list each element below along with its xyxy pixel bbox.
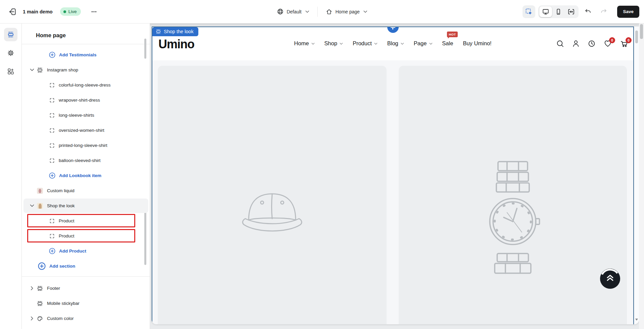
section-row-mobile-stickybar[interactable]: Mobile stickybar [22, 296, 150, 311]
nav-buy-umino[interactable]: Buy Umino! [463, 40, 491, 47]
block-row-product-1[interactable]: Product [22, 213, 150, 228]
undo-icon [584, 8, 592, 15]
wishlist-icon[interactable]: 0 [603, 40, 612, 48]
section-tree-footer-group: Footer Mobile stickybar Custom color [22, 281, 150, 326]
exit-editor-button[interactable] [6, 5, 19, 18]
nav-shop[interactable]: Shop [324, 40, 343, 47]
plus-circle-icon [49, 52, 55, 58]
redo-button[interactable] [597, 5, 610, 18]
store-header-icons: 0 0 [556, 40, 629, 48]
nav-home[interactable]: Home [294, 40, 314, 47]
palette-icon [37, 316, 43, 322]
live-dot-icon [63, 10, 66, 13]
topbar-left: 1 main demo Live [0, 5, 100, 18]
section-row-shop-the-look[interactable]: Shop the look [22, 198, 150, 213]
double-chevron-up-icon [607, 275, 613, 280]
chevron-right-icon[interactable] [30, 316, 34, 321]
live-label: Live [68, 9, 77, 14]
topbar-right: Save [523, 5, 644, 18]
undo-button[interactable] [582, 5, 594, 18]
theme-name: 1 main demo [23, 9, 53, 14]
nav-blog[interactable]: Blog [387, 40, 404, 47]
block-icon [49, 218, 55, 224]
search-icon[interactable] [556, 40, 564, 48]
window-scrollbar-thumb[interactable] [640, 24, 643, 39]
fullwidth-icon [567, 8, 575, 15]
preview-canvas: Umino Home Shop Product Blog Page SaleHO… [150, 23, 639, 329]
section-row-instagram-shop[interactable]: Instagram shop [22, 62, 150, 77]
rail-settings-button[interactable] [4, 46, 17, 60]
section-icon [37, 67, 43, 73]
scroll-to-top-button[interactable] [600, 269, 620, 289]
sections-sidebar: Home page Add Testimonials Instagram sho… [22, 23, 150, 329]
rail-apps-button[interactable] [4, 65, 17, 78]
more-actions-button[interactable] [88, 5, 100, 18]
preview-scrollbar-thumb[interactable] [635, 31, 638, 43]
cart-count-badge: 0 [626, 37, 632, 43]
add-product-link[interactable]: Add Product [22, 243, 150, 259]
nav-page[interactable]: Page [414, 40, 433, 47]
block-row[interactable]: oversized-women-shirt [22, 123, 150, 138]
nav-product[interactable]: Product [353, 40, 378, 47]
section-row-footer[interactable]: Footer [22, 281, 150, 296]
redo-icon [600, 8, 607, 15]
block-icon [49, 233, 55, 239]
section-icon [37, 300, 43, 307]
sidebar-divider [22, 44, 150, 44]
block-row[interactable]: colorful-long-sleeve-dress [22, 77, 150, 93]
device-preview-toggle [538, 5, 579, 18]
block-icon [49, 128, 55, 133]
product-placeholder-watch[interactable] [399, 66, 627, 324]
home-icon [326, 8, 332, 15]
block-row-product-2[interactable]: Product [22, 228, 150, 243]
sidebar-scrollbar-thumb[interactable] [144, 211, 146, 265]
locale-selector[interactable]: Default [273, 5, 312, 18]
section-row-custom-liquid[interactable]: Custom liquid [22, 183, 150, 198]
chevron-down-icon[interactable] [30, 68, 34, 71]
topbar-divider [317, 7, 317, 17]
chevron-down-icon [401, 43, 404, 45]
block-row[interactable]: balloon-sleeved-shirt [22, 153, 150, 168]
cart-icon[interactable]: 0 [620, 40, 629, 48]
account-icon[interactable] [572, 40, 580, 48]
shop-the-look-section [152, 60, 634, 324]
plus-circle-icon [49, 248, 55, 254]
desktop-preview-button[interactable] [539, 6, 552, 17]
rail-sections-button[interactable] [4, 28, 17, 41]
chevron-down-icon [305, 10, 309, 13]
block-icon [49, 83, 55, 88]
more-icon [91, 8, 97, 15]
chevron-down-icon [311, 43, 314, 45]
nav-sale[interactable]: SaleHOT [442, 40, 453, 47]
chevron-down-icon[interactable] [30, 204, 34, 207]
store-logo[interactable]: Umino [158, 37, 194, 51]
window-scrollbar[interactable] [639, 23, 644, 329]
product-placeholder-cap[interactable] [158, 66, 387, 324]
block-icon [49, 113, 55, 118]
inspect-button[interactable] [523, 5, 535, 18]
add-section-link[interactable]: Add section [22, 259, 150, 274]
block-row[interactable]: long-sleeve-shirts [22, 108, 150, 123]
add-lookbook-item-link[interactable]: Add Lookbook item [22, 168, 150, 183]
block-row[interactable]: printed-long-sleeve-shirt [22, 138, 150, 153]
save-button[interactable]: Save [617, 6, 639, 18]
section-row-custom-color[interactable]: Custom color [22, 311, 150, 326]
tutorial-highlight-box [27, 229, 135, 242]
block-icon [49, 98, 55, 103]
section-badge[interactable]: Shop the look [152, 27, 198, 36]
scrollbar-down-arrow-icon[interactable] [635, 319, 638, 322]
add-testimonials-link[interactable]: Add Testimonials [22, 47, 150, 62]
page-selector[interactable]: Home page [322, 6, 370, 18]
preview-scrollbar[interactable] [634, 26, 639, 324]
recently-viewed-icon[interactable] [588, 40, 596, 48]
apps-icon [7, 68, 14, 75]
mobile-preview-button[interactable] [552, 6, 565, 17]
section-tree: Add Testimonials Instagram shop colorful… [22, 47, 150, 274]
block-row[interactable]: wrapover-shirt-dress [22, 93, 150, 108]
mobile-icon [555, 8, 562, 15]
section-badge-label: Shop the look [164, 29, 194, 34]
sidebar-scrollbar-thumb[interactable] [144, 39, 146, 59]
chevron-right-icon[interactable] [30, 286, 34, 290]
fullwidth-preview-button[interactable] [565, 6, 578, 17]
sidebar-heading: Home page [22, 23, 150, 39]
